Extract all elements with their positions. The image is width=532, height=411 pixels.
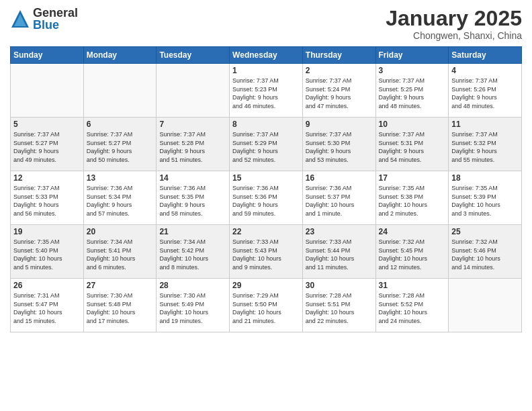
day-info: Sunrise: 7:37 AM Sunset: 5:24 PM Dayligh…	[306, 77, 373, 110]
day-number: 14	[159, 173, 226, 183]
day-number: 1	[232, 66, 300, 75]
day-number: 27	[87, 281, 154, 290]
calendar-day-cell: 31Sunrise: 7:28 AM Sunset: 5:52 PM Dayli…	[375, 279, 449, 332]
calendar-day-cell: 28Sunrise: 7:30 AM Sunset: 5:49 PM Dayli…	[157, 279, 230, 332]
calendar-week-row: 1Sunrise: 7:37 AM Sunset: 5:23 PM Daylig…	[11, 64, 522, 118]
calendar-day-cell: 20Sunrise: 7:34 AM Sunset: 5:41 PM Dayli…	[83, 225, 157, 279]
day-info: Sunrise: 7:30 AM Sunset: 5:48 PM Dayligh…	[87, 291, 154, 325]
weekday-header-monday: Monday	[83, 47, 157, 64]
calendar-day-cell	[83, 64, 157, 118]
weekday-header-wednesday: Wednesday	[230, 47, 303, 64]
calendar-day-cell: 7Sunrise: 7:37 AM Sunset: 5:28 PM Daylig…	[157, 118, 230, 171]
calendar-day-cell: 8Sunrise: 7:37 AM Sunset: 5:29 PM Daylig…	[230, 118, 303, 171]
calendar-day-cell: 5Sunrise: 7:37 AM Sunset: 5:27 PM Daylig…	[11, 118, 84, 171]
day-info: Sunrise: 7:28 AM Sunset: 5:52 PM Dayligh…	[379, 291, 446, 325]
calendar-day-cell: 4Sunrise: 7:37 AM Sunset: 5:26 PM Daylig…	[449, 64, 522, 118]
day-number: 6	[87, 120, 154, 129]
calendar-day-cell	[157, 64, 230, 118]
day-info: Sunrise: 7:31 AM Sunset: 5:47 PM Dayligh…	[13, 291, 81, 325]
day-info: Sunrise: 7:34 AM Sunset: 5:41 PM Dayligh…	[87, 238, 154, 271]
day-number: 23	[306, 227, 373, 236]
day-number: 21	[159, 227, 226, 236]
day-info: Sunrise: 7:35 AM Sunset: 5:40 PM Dayligh…	[13, 238, 81, 271]
day-info: Sunrise: 7:33 AM Sunset: 5:43 PM Dayligh…	[232, 238, 300, 271]
day-number: 25	[451, 227, 519, 236]
day-info: Sunrise: 7:37 AM Sunset: 5:31 PM Dayligh…	[379, 130, 446, 164]
calendar-day-cell: 9Sunrise: 7:37 AM Sunset: 5:30 PM Daylig…	[302, 118, 375, 171]
day-info: Sunrise: 7:36 AM Sunset: 5:36 PM Dayligh…	[232, 184, 300, 218]
calendar-table: SundayMondayTuesdayWednesdayThursdayFrid…	[10, 46, 522, 332]
day-number: 8	[232, 120, 300, 129]
day-number: 30	[306, 281, 373, 290]
day-number: 12	[13, 173, 81, 183]
day-number: 10	[379, 120, 446, 129]
day-info: Sunrise: 7:37 AM Sunset: 5:32 PM Dayligh…	[451, 130, 519, 164]
day-info: Sunrise: 7:37 AM Sunset: 5:25 PM Dayligh…	[379, 77, 446, 110]
location-subtitle: Chongwen, Shanxi, China	[386, 30, 522, 41]
day-number: 22	[232, 227, 300, 236]
logo-general-text: General	[33, 7, 78, 19]
calendar-day-cell: 26Sunrise: 7:31 AM Sunset: 5:47 PM Dayli…	[11, 279, 84, 332]
calendar-day-cell: 19Sunrise: 7:35 AM Sunset: 5:40 PM Dayli…	[11, 225, 84, 279]
day-number: 26	[13, 281, 81, 290]
calendar-week-row: 26Sunrise: 7:31 AM Sunset: 5:47 PM Dayli…	[11, 279, 522, 332]
calendar-day-cell: 13Sunrise: 7:36 AM Sunset: 5:34 PM Dayli…	[83, 171, 157, 225]
day-info: Sunrise: 7:37 AM Sunset: 5:26 PM Dayligh…	[451, 77, 519, 110]
calendar-week-row: 19Sunrise: 7:35 AM Sunset: 5:40 PM Dayli…	[11, 225, 522, 279]
weekday-header-row: SundayMondayTuesdayWednesdayThursdayFrid…	[11, 47, 522, 64]
calendar-day-cell: 22Sunrise: 7:33 AM Sunset: 5:43 PM Dayli…	[230, 225, 303, 279]
day-number: 24	[379, 227, 446, 236]
day-info: Sunrise: 7:37 AM Sunset: 5:23 PM Dayligh…	[232, 77, 300, 110]
weekday-header-thursday: Thursday	[302, 47, 375, 64]
day-number: 3	[379, 66, 446, 75]
calendar-day-cell: 25Sunrise: 7:32 AM Sunset: 5:46 PM Dayli…	[449, 225, 522, 279]
calendar-day-cell: 10Sunrise: 7:37 AM Sunset: 5:31 PM Dayli…	[375, 118, 449, 171]
day-info: Sunrise: 7:34 AM Sunset: 5:42 PM Dayligh…	[159, 238, 226, 271]
day-number: 16	[306, 173, 373, 183]
logo: General Blue	[10, 7, 78, 31]
day-number: 17	[379, 173, 446, 183]
day-number: 9	[306, 120, 373, 129]
day-number: 19	[13, 227, 81, 236]
calendar-day-cell: 21Sunrise: 7:34 AM Sunset: 5:42 PM Dayli…	[157, 225, 230, 279]
weekday-header-sunday: Sunday	[11, 47, 84, 64]
calendar-day-cell: 15Sunrise: 7:36 AM Sunset: 5:36 PM Dayli…	[230, 171, 303, 225]
day-info: Sunrise: 7:32 AM Sunset: 5:45 PM Dayligh…	[379, 238, 446, 271]
calendar-day-cell: 27Sunrise: 7:30 AM Sunset: 5:48 PM Dayli…	[83, 279, 157, 332]
logo-icon	[10, 9, 30, 29]
calendar-day-cell: 16Sunrise: 7:36 AM Sunset: 5:37 PM Dayli…	[302, 171, 375, 225]
day-number: 28	[159, 281, 226, 290]
calendar-day-cell	[449, 279, 522, 332]
day-info: Sunrise: 7:36 AM Sunset: 5:34 PM Dayligh…	[87, 184, 154, 218]
calendar-day-cell: 30Sunrise: 7:28 AM Sunset: 5:51 PM Dayli…	[302, 279, 375, 332]
day-info: Sunrise: 7:30 AM Sunset: 5:49 PM Dayligh…	[159, 291, 226, 325]
day-info: Sunrise: 7:29 AM Sunset: 5:50 PM Dayligh…	[232, 291, 300, 325]
day-info: Sunrise: 7:28 AM Sunset: 5:51 PM Dayligh…	[306, 291, 373, 325]
day-info: Sunrise: 7:37 AM Sunset: 5:33 PM Dayligh…	[13, 184, 81, 218]
day-info: Sunrise: 7:32 AM Sunset: 5:46 PM Dayligh…	[451, 238, 519, 271]
day-info: Sunrise: 7:35 AM Sunset: 5:38 PM Dayligh…	[379, 184, 446, 218]
day-info: Sunrise: 7:37 AM Sunset: 5:27 PM Dayligh…	[13, 130, 81, 164]
day-number: 20	[87, 227, 154, 236]
day-info: Sunrise: 7:37 AM Sunset: 5:30 PM Dayligh…	[306, 130, 373, 164]
day-info: Sunrise: 7:37 AM Sunset: 5:29 PM Dayligh…	[232, 130, 300, 164]
calendar-day-cell: 14Sunrise: 7:36 AM Sunset: 5:35 PM Dayli…	[157, 171, 230, 225]
calendar-day-cell: 18Sunrise: 7:35 AM Sunset: 5:39 PM Dayli…	[449, 171, 522, 225]
calendar-day-cell: 23Sunrise: 7:33 AM Sunset: 5:44 PM Dayli…	[302, 225, 375, 279]
day-info: Sunrise: 7:35 AM Sunset: 5:39 PM Dayligh…	[451, 184, 519, 218]
day-number: 5	[13, 120, 81, 129]
calendar-day-cell: 1Sunrise: 7:37 AM Sunset: 5:23 PM Daylig…	[230, 64, 303, 118]
day-number: 11	[451, 120, 519, 129]
calendar-day-cell: 11Sunrise: 7:37 AM Sunset: 5:32 PM Dayli…	[449, 118, 522, 171]
calendar-day-cell: 2Sunrise: 7:37 AM Sunset: 5:24 PM Daylig…	[302, 64, 375, 118]
day-info: Sunrise: 7:36 AM Sunset: 5:37 PM Dayligh…	[306, 184, 373, 218]
weekday-header-friday: Friday	[375, 47, 449, 64]
logo-blue-text: Blue	[33, 19, 78, 31]
calendar-day-cell: 3Sunrise: 7:37 AM Sunset: 5:25 PM Daylig…	[375, 64, 449, 118]
calendar-week-row: 5Sunrise: 7:37 AM Sunset: 5:27 PM Daylig…	[11, 118, 522, 171]
calendar-day-cell: 24Sunrise: 7:32 AM Sunset: 5:45 PM Dayli…	[375, 225, 449, 279]
day-number: 2	[306, 66, 373, 75]
calendar-day-cell: 12Sunrise: 7:37 AM Sunset: 5:33 PM Dayli…	[11, 171, 84, 225]
weekday-header-tuesday: Tuesday	[157, 47, 230, 64]
day-number: 31	[379, 281, 446, 290]
